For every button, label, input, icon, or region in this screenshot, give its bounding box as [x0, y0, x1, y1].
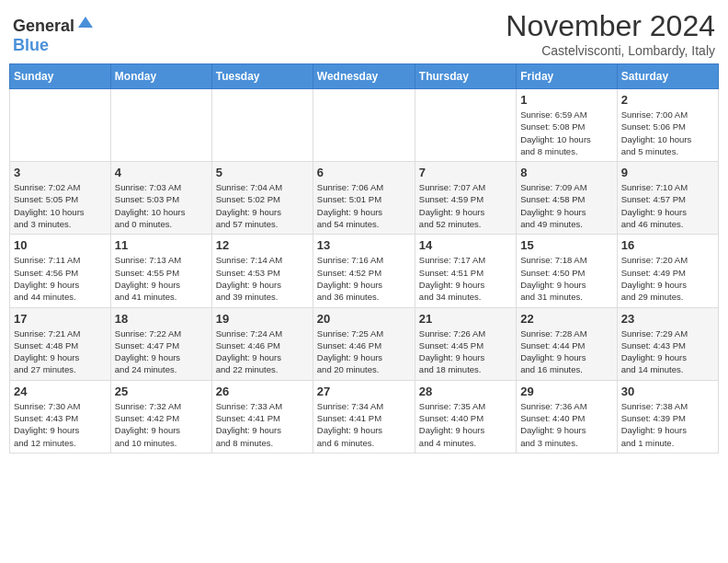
day-info: Sunrise: 7:25 AM Sunset: 4:46 PM Dayligh…	[317, 327, 411, 376]
column-header-thursday: Thursday	[415, 64, 516, 89]
day-info: Sunrise: 7:18 AM Sunset: 4:50 PM Dayligh…	[520, 254, 612, 303]
day-number: 10	[14, 238, 107, 252]
day-info: Sunrise: 7:34 AM Sunset: 4:41 PM Dayligh…	[317, 400, 411, 449]
logo: General Blue	[13, 15, 95, 54]
day-info: Sunrise: 7:13 AM Sunset: 4:55 PM Dayligh…	[115, 254, 208, 303]
column-header-saturday: Saturday	[617, 64, 718, 89]
day-number: 30	[621, 385, 714, 398]
calendar-cell: 16Sunrise: 7:20 AM Sunset: 4:49 PM Dayli…	[617, 235, 718, 307]
calendar-row: 10Sunrise: 7:11 AM Sunset: 4:56 PM Dayli…	[10, 235, 719, 307]
calendar-cell: 11Sunrise: 7:13 AM Sunset: 4:55 PM Dayli…	[110, 235, 211, 307]
day-number: 25	[115, 385, 208, 398]
logo-icon	[76, 15, 95, 37]
location-subtitle: Castelvisconti, Lombardy, Italy	[506, 43, 715, 58]
calendar-cell: 12Sunrise: 7:14 AM Sunset: 4:53 PM Dayli…	[211, 235, 313, 307]
day-number: 4	[115, 166, 208, 179]
day-number: 2	[621, 93, 714, 107]
day-info: Sunrise: 7:02 AM Sunset: 5:05 PM Dayligh…	[14, 181, 107, 230]
calendar-cell: 2Sunrise: 7:00 AM Sunset: 5:06 PM Daylig…	[617, 89, 718, 162]
calendar-cell	[415, 89, 516, 162]
calendar-row: 1Sunrise: 6:59 AM Sunset: 5:08 PM Daylig…	[10, 89, 719, 162]
calendar-cell: 30Sunrise: 7:38 AM Sunset: 4:39 PM Dayli…	[617, 380, 718, 453]
svg-marker-0	[78, 17, 93, 28]
day-number: 17	[14, 312, 107, 326]
day-number: 5	[216, 166, 309, 179]
day-info: Sunrise: 7:38 AM Sunset: 4:39 PM Dayligh…	[621, 400, 714, 449]
calendar-cell	[110, 89, 211, 162]
calendar-cell: 4Sunrise: 7:03 AM Sunset: 5:03 PM Daylig…	[110, 162, 211, 235]
day-info: Sunrise: 7:06 AM Sunset: 5:01 PM Dayligh…	[317, 181, 411, 230]
calendar-cell: 22Sunrise: 7:28 AM Sunset: 4:44 PM Dayli…	[517, 307, 617, 380]
calendar-cell: 18Sunrise: 7:22 AM Sunset: 4:47 PM Dayli…	[110, 307, 211, 380]
day-number: 29	[520, 385, 612, 398]
day-number: 26	[216, 385, 309, 398]
column-header-sunday: Sunday	[10, 64, 111, 89]
calendar-cell: 26Sunrise: 7:33 AM Sunset: 4:41 PM Dayli…	[211, 380, 313, 453]
day-info: Sunrise: 7:36 AM Sunset: 4:40 PM Dayligh…	[520, 400, 612, 449]
day-info: Sunrise: 7:26 AM Sunset: 4:45 PM Dayligh…	[419, 327, 512, 376]
day-number: 16	[621, 238, 714, 252]
calendar-cell: 20Sunrise: 7:25 AM Sunset: 4:46 PM Dayli…	[313, 307, 415, 380]
calendar-cell	[211, 89, 313, 162]
day-info: Sunrise: 7:14 AM Sunset: 4:53 PM Dayligh…	[216, 254, 309, 303]
calendar-cell	[313, 89, 415, 162]
calendar-cell: 13Sunrise: 7:16 AM Sunset: 4:52 PM Dayli…	[313, 235, 415, 307]
calendar-cell: 6Sunrise: 7:06 AM Sunset: 5:01 PM Daylig…	[313, 162, 415, 235]
calendar-cell: 25Sunrise: 7:32 AM Sunset: 4:42 PM Dayli…	[110, 380, 211, 453]
day-number: 20	[317, 312, 411, 326]
calendar-cell: 19Sunrise: 7:24 AM Sunset: 4:46 PM Dayli…	[211, 307, 313, 380]
calendar-row: 3Sunrise: 7:02 AM Sunset: 5:05 PM Daylig…	[10, 162, 719, 235]
day-number: 12	[216, 238, 309, 252]
column-header-monday: Monday	[110, 64, 211, 89]
day-number: 15	[520, 238, 612, 252]
day-number: 27	[317, 385, 411, 398]
calendar-cell: 10Sunrise: 7:11 AM Sunset: 4:56 PM Dayli…	[10, 235, 111, 307]
day-info: Sunrise: 7:00 AM Sunset: 5:06 PM Dayligh…	[621, 109, 714, 157]
logo-general: General	[13, 17, 74, 34]
calendar-cell: 1Sunrise: 6:59 AM Sunset: 5:08 PM Daylig…	[517, 89, 617, 162]
day-info: Sunrise: 7:33 AM Sunset: 4:41 PM Dayligh…	[216, 400, 309, 449]
calendar-row: 24Sunrise: 7:30 AM Sunset: 4:43 PM Dayli…	[10, 380, 719, 453]
calendar-header-row: SundayMondayTuesdayWednesdayThursdayFrid…	[10, 64, 719, 89]
day-number: 23	[621, 312, 714, 326]
day-number: 1	[520, 93, 612, 107]
calendar-cell: 21Sunrise: 7:26 AM Sunset: 4:45 PM Dayli…	[415, 307, 516, 380]
day-number: 21	[419, 312, 512, 326]
calendar-cell: 28Sunrise: 7:35 AM Sunset: 4:40 PM Dayli…	[415, 380, 516, 453]
column-header-friday: Friday	[517, 64, 617, 89]
calendar-cell: 9Sunrise: 7:10 AM Sunset: 4:57 PM Daylig…	[617, 162, 718, 235]
day-number: 13	[317, 238, 411, 252]
day-number: 7	[419, 166, 512, 179]
calendar-cell: 23Sunrise: 7:29 AM Sunset: 4:43 PM Dayli…	[617, 307, 718, 380]
calendar-cell: 24Sunrise: 7:30 AM Sunset: 4:43 PM Dayli…	[10, 380, 111, 453]
calendar-cell: 17Sunrise: 7:21 AM Sunset: 4:48 PM Dayli…	[10, 307, 111, 380]
page-header: General Blue November 2024 Castelviscont…	[9, 9, 719, 58]
day-info: Sunrise: 7:10 AM Sunset: 4:57 PM Dayligh…	[621, 181, 714, 230]
day-info: Sunrise: 7:30 AM Sunset: 4:43 PM Dayligh…	[14, 400, 107, 449]
calendar-cell	[10, 89, 111, 162]
day-number: 28	[419, 385, 512, 398]
calendar-cell: 27Sunrise: 7:34 AM Sunset: 4:41 PM Dayli…	[313, 380, 415, 453]
day-info: Sunrise: 7:22 AM Sunset: 4:47 PM Dayligh…	[115, 327, 208, 376]
day-info: Sunrise: 7:35 AM Sunset: 4:40 PM Dayligh…	[419, 400, 512, 449]
day-number: 6	[317, 166, 411, 179]
day-info: Sunrise: 7:32 AM Sunset: 4:42 PM Dayligh…	[115, 400, 208, 449]
day-number: 24	[14, 385, 107, 398]
day-info: Sunrise: 7:16 AM Sunset: 4:52 PM Dayligh…	[317, 254, 411, 303]
column-header-wednesday: Wednesday	[313, 64, 415, 89]
day-info: Sunrise: 7:07 AM Sunset: 4:59 PM Dayligh…	[419, 181, 512, 230]
day-info: Sunrise: 7:28 AM Sunset: 4:44 PM Dayligh…	[520, 327, 612, 376]
day-info: Sunrise: 7:24 AM Sunset: 4:46 PM Dayligh…	[216, 327, 309, 376]
calendar-cell: 14Sunrise: 7:17 AM Sunset: 4:51 PM Dayli…	[415, 235, 516, 307]
day-info: Sunrise: 7:11 AM Sunset: 4:56 PM Dayligh…	[14, 254, 107, 303]
title-section: November 2024 Castelvisconti, Lombardy, …	[506, 9, 715, 58]
month-title: November 2024	[506, 9, 715, 43]
calendar-cell: 8Sunrise: 7:09 AM Sunset: 4:58 PM Daylig…	[517, 162, 617, 235]
day-number: 19	[216, 312, 309, 326]
day-number: 8	[520, 166, 612, 179]
day-info: Sunrise: 7:03 AM Sunset: 5:03 PM Dayligh…	[115, 181, 208, 230]
day-number: 3	[14, 166, 107, 179]
day-number: 14	[419, 238, 512, 252]
column-header-tuesday: Tuesday	[211, 64, 313, 89]
day-number: 9	[621, 166, 714, 179]
